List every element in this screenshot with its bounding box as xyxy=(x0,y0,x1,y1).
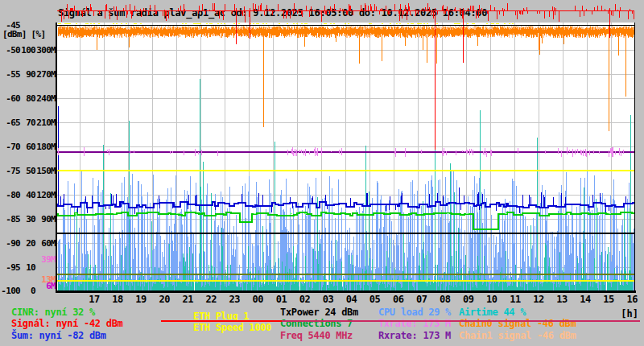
x-axis-hour-label: 05 xyxy=(366,294,384,305)
x-axis-hour-label: 03 xyxy=(320,294,337,305)
series-cinr xyxy=(57,212,634,229)
y-axis-label-pct: 30 xyxy=(20,214,35,224)
y-axis-label-pct: 0 xyxy=(20,286,35,296)
y-axis-label-rate: 180M xyxy=(35,142,56,152)
series-txrate-marks xyxy=(59,147,624,157)
y-axis-label-rate: 120M xyxy=(35,190,56,200)
x-axis-hour-label: 00 xyxy=(249,294,266,305)
legend-txpower: TxPower 24 dBm xyxy=(280,307,358,318)
x-axis-hour-label: 11 xyxy=(506,294,524,305)
y-axis-label-rate: 150M xyxy=(35,166,56,176)
legend-rxrate: Rxrate: 173 M xyxy=(378,330,451,341)
x-axis-hour-label: 06 xyxy=(390,294,407,305)
x-axis-hour-label: 17 xyxy=(85,294,103,305)
y-axis-row: -902060M xyxy=(0,238,56,249)
y-axis-label-pct: 40 xyxy=(20,190,35,200)
y-axis-label-dbm: -85 xyxy=(0,214,20,224)
y-axis-label-rate: 300M xyxy=(35,45,56,56)
series-layer xyxy=(57,26,635,290)
gridlines-horizontal xyxy=(57,51,634,268)
y-axis-label-dbm: -50 xyxy=(0,45,20,56)
x-axis-hour-label: 16 xyxy=(623,294,641,305)
y-axis-row: -6080240M xyxy=(0,93,56,104)
y-axis-row: -45 xyxy=(0,20,56,31)
legend-airtime: Airtime 44 % xyxy=(459,307,526,318)
legend-cinr: CINR: nyní 32 % xyxy=(11,307,95,318)
x-axis-hour-label: 23 xyxy=(225,294,243,305)
legend-eth-plug: ETH Plug 1 xyxy=(193,311,249,322)
x-axis-unit-label: [h] xyxy=(614,308,638,319)
series-chain0-signal xyxy=(59,27,635,131)
y-axis-row: -8040120M xyxy=(0,190,56,200)
legend-cpu-load: CPU load 29 % xyxy=(378,307,451,318)
x-axis-hour-label: 08 xyxy=(436,294,454,305)
y-axis-label-rate: 270M xyxy=(35,69,56,80)
y-axis-label-dbm: -55 xyxy=(0,69,20,80)
legend-chain0: Chain0 signal -46 dBm xyxy=(459,318,576,329)
y-axis-row: -6570210M xyxy=(0,117,56,128)
legend-freq: Freq 5440 MHz xyxy=(280,330,353,341)
x-axis-hour-label: 18 xyxy=(109,294,126,305)
legend-txrate: Txrate: 173 M xyxy=(378,318,451,329)
y-axis-label-rate: 210M xyxy=(35,117,56,128)
y-axis-label-dbm: -80 xyxy=(0,190,20,200)
y-axis-row: -5590270M xyxy=(0,69,56,80)
y-axis-rate-marker: 39M xyxy=(35,254,56,265)
y-axis-label-dbm: -60 xyxy=(0,93,20,104)
series-airtime-floor xyxy=(59,278,635,290)
series-chain1-signal xyxy=(59,26,635,38)
y-axis-row: -7060180M xyxy=(0,142,56,152)
y-axis-label-dbm: -45 xyxy=(0,20,20,31)
series-noise xyxy=(57,202,634,208)
y-axis-label-rate: 60M xyxy=(35,238,56,249)
y-axis-label-rate: 90M xyxy=(35,214,56,224)
x-axis-hour-label: 09 xyxy=(460,294,477,305)
y-axis-label-dbm: -65 xyxy=(0,117,20,128)
y-axis-label-pct: 50 xyxy=(20,166,35,176)
x-axis-hour-label: 13 xyxy=(553,294,571,305)
y-axis-row: -50100300M xyxy=(0,45,56,56)
x-axis-hour-label: 19 xyxy=(132,294,150,305)
gridlines-vertical xyxy=(80,23,612,290)
y-axis-label-pct: 90 xyxy=(20,69,35,80)
y-axis-rate-marker: 6M xyxy=(35,281,56,291)
legend-signal: Signál: nyní -42 dBm xyxy=(11,318,123,329)
x-axis-hour-label: 21 xyxy=(179,294,196,305)
y-axis-label-pct: 20 xyxy=(20,238,35,249)
x-axis-hour-label: 22 xyxy=(202,294,220,305)
series-airtime xyxy=(59,79,635,290)
series-cpu-load xyxy=(59,170,635,290)
x-axis-hour-label: 01 xyxy=(272,294,290,305)
y-axis-label-dbm: -100 xyxy=(0,286,20,296)
y-axis-label-pct: 100 xyxy=(20,45,35,56)
chart-title: Signál a šum radia plav_ap1_ac od: 9.12.… xyxy=(58,7,487,19)
legend-chain1: Chain1 signal -46 dBm xyxy=(459,330,576,341)
x-axis-hour-label: 20 xyxy=(155,294,173,305)
radio-monitor-screen: Signál a šum radia plav_ap1_ac od: 9.12.… xyxy=(0,0,644,346)
y-axis-label-pct: 80 xyxy=(20,93,35,104)
y-axis-label-dbm: -70 xyxy=(0,142,20,152)
y-axis-label-rate: 240M xyxy=(35,93,56,104)
series-noise-spikes xyxy=(59,106,626,214)
y-axis-row: -7550150M xyxy=(0,166,56,176)
y-axis-label-pct: 60 xyxy=(20,142,35,152)
y-axis-label-dbm: -95 xyxy=(0,262,20,273)
y-axis-label-pct: 10 xyxy=(20,262,35,273)
x-axis-hour-label: 04 xyxy=(343,294,361,305)
legend-connections: Connections 7 xyxy=(280,318,353,329)
legend-eth-speed: ETH Speed 1000 xyxy=(193,322,271,333)
x-axis-hour-label: 02 xyxy=(295,294,313,305)
legend-noise: Šum: nyní -82 dBm xyxy=(11,330,106,341)
y-axis-label-pct: 70 xyxy=(20,117,35,128)
y-axis-row: -853090M xyxy=(0,214,56,224)
x-axis-hour-label: 10 xyxy=(483,294,501,305)
y-axis-label-dbm: -75 xyxy=(0,166,20,176)
y-axis-label-dbm: -90 xyxy=(0,238,20,249)
x-axis-hour-label: 14 xyxy=(576,294,594,305)
plot-area xyxy=(57,23,635,291)
x-axis-hour-label: 15 xyxy=(600,294,617,305)
series-signal-spikes xyxy=(62,3,634,150)
x-axis-hour-label: 12 xyxy=(530,294,547,305)
x-axis-hour-label: 07 xyxy=(413,294,431,305)
